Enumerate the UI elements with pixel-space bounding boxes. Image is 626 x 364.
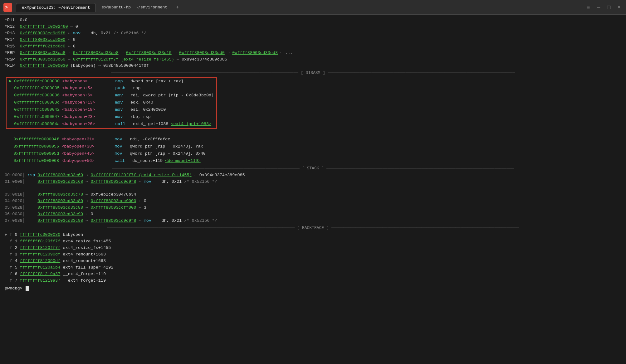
disasm-row-10: 0xffffffffc000005d <babyopen+45> mov qwo… [5,150,621,158]
disasm-row-6: 0xffffffffc000004a <babyopen+26> call ex… [7,121,216,128]
reg-rsp: *RSP 0xffff88003cd33c60 → 0xffffffff8120… [5,56,621,63]
bt-row-5: f 5 ffffffff8120a5b4 ext4_fill_super+429… [5,265,621,271]
reg-r13: *R13 0xffff88003cc9d9f8 ← mov dh, 0x21 /… [5,30,621,37]
disasm-row-7 [5,129,621,136]
stack-row-5: 05:0028 │ 0xffff88003cd33c88 → 0xffff880… [5,205,621,211]
tab-add-button[interactable]: + [173,3,182,12]
bt-row-1: f 1 ffffffff8120ff7f ext4_resize_fs+1455 [5,238,621,245]
maximize-icon[interactable]: □ [605,4,612,11]
cursor [26,286,29,291]
window-controls: ≡ — □ × [585,4,623,11]
disasm-row-5: 0xffffffffc0000047 <babyopen+23> mov rbp… [7,114,216,121]
bt-row-6: f 6 ffffffff81219a37 __ext4_forget+119 [5,271,621,278]
stack-row-4: 04:0020 │ 0xffff88003cd33c80 → 0xffff880… [5,198,621,205]
prompt-line[interactable]: pwndbg> [5,285,621,292]
stack-row-0: 00:0000 │ rsp 0xffff88003cd33c60 → 0xfff… [5,172,621,179]
terminal-icon-text: >_ [5,5,11,10]
stack-ellipsis: ... ↓ [5,185,621,192]
disasm-row-2: 0xffffffffc0000036 <babyopen+6> mov rdi,… [7,92,216,99]
disasm-section: ► 0xffffffffc0000030 <babyopen> nop dwor… [5,77,621,165]
terminal-content: *R11 0x0 *R12 0xffffffff c0002460 ← 0 *R… [0,15,626,364]
stack-row-7: 07:0038 │ 0xffff88003cd33c98 → 0xffff880… [5,218,621,224]
tab-bar: ex@pwntools23: ~/environment ex@ubuntu-h… [16,3,585,12]
reg-r11: *R11 0x0 [5,17,621,24]
prompt-text: pwndbg> [5,285,22,292]
tab-pwntools-label: ex@pwntools23: ~/environment [22,5,90,10]
reg-rbp: *RBP 0xffff88003cd33ca8 → 0xffff88003cd3… [5,50,621,56]
reg-r14: *R14 0xffff88003ccc9000 ← 0 [5,37,621,43]
close-icon[interactable]: × [615,4,623,11]
bt-row-0: ► f 0 ffffffffc0000030 babyopen [5,232,621,238]
stack-header-text: [ STACK ] [300,165,326,172]
disasm-highlighted-box: ► 0xffffffffc0000030 <babyopen> nop dwor… [6,77,217,129]
title-bar: >_ ex@pwntools23: ~/environment ex@ubunt… [0,0,626,15]
reg-r15: *R15 0xffffffff821cd6c0 ← 0 [5,43,621,50]
terminal-window: >_ ex@pwntools23: ~/environment ex@ubunt… [0,0,626,364]
stack-row-6: 06:0030 │ 0xffff88003cd33c90 ← 0 [5,211,621,218]
stack-row-3: 03:0018 │ 0xffff88003cd33c78 ← 0xf5eb2ce… [5,192,621,198]
reg-r12: *R12 0xffffffff c0002460 ← 0 [5,24,621,30]
stack-row-1: 01:0008 │ 0xffff88003cd33c68 → 0xffff880… [5,179,621,185]
tab-ubuntu-label: ex@ubuntu-hp: ~/environment [101,5,167,10]
menu-icon[interactable]: ≡ [585,4,592,11]
tab-pwntools[interactable]: ex@pwntools23: ~/environment [16,3,96,12]
disasm-row-1: 0xffffffffc0000035 <babyopen+5> push rbp [7,85,216,92]
tab-ubuntu[interactable]: ex@ubuntu-hp: ~/environment [96,3,173,12]
disasm-row-3: 0xffffffffc000003d <babyopen+13> mov edx… [7,99,216,106]
disasm-row-9: 0xffffffffc0000056 <babyopen+38> mov qwo… [5,143,621,150]
disasm-row-8: 0xffffffffc000004f <babyopen+31> mov rdi… [5,136,621,143]
disasm-row-0: ► 0xffffffffc0000030 <babyopen> nop dwor… [7,78,216,85]
bt-row-4: f 4 ffffffff812090df ext4_remount+1663 [5,258,621,265]
disasm-header-line: ────────────────────────────────────────… [5,70,621,76]
minimize-icon[interactable]: — [595,4,602,11]
bt-row-2: f 2 ffffffff8120ff7f ext4_resize_fs+1455 [5,245,621,251]
backtrace-header-line: ────────────────────────────────────────… [5,225,621,231]
bt-row-7: f 7 ffffffff81219a37 __ext4_forget+119 [5,278,621,284]
reg-rip: *RIP 0xffffffff c0000030 (babyopen) → 0x… [5,63,621,69]
disasm-row-4: 0xffffffffc0000042 <babyopen+18> mov esi… [7,106,216,114]
tab-add-icon: + [176,5,179,10]
disasm-header-text: [ DISASM ] [298,70,328,76]
backtrace-header-text: [ BACKTRACE ] [295,225,331,231]
terminal-icon: >_ [3,3,12,12]
disasm-row-11: 0xffffffffc0000068 <babyopen+56> call do… [5,158,621,165]
bt-row-3: f 3 ffffffff812090df ext4_remount+1663 [5,251,621,258]
stack-header-line: ────────────────────────────────────────… [5,165,621,172]
